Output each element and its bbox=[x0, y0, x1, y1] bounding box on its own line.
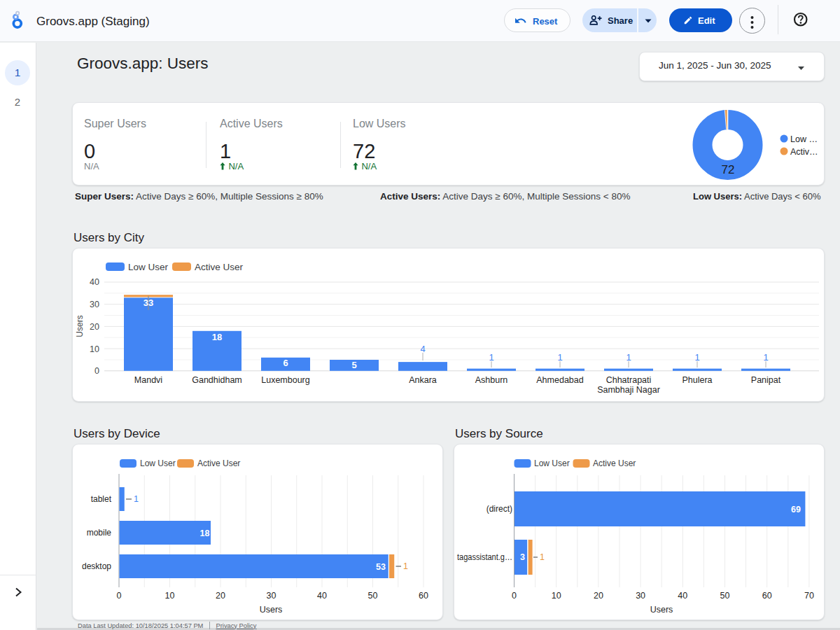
svg-text:50: 50 bbox=[720, 591, 730, 601]
svg-text:Low …: Low … bbox=[790, 134, 818, 144]
svg-text:(direct): (direct) bbox=[486, 504, 512, 514]
svg-text:6: 6 bbox=[283, 358, 288, 368]
svg-text:3: 3 bbox=[520, 552, 525, 562]
svg-text:40: 40 bbox=[678, 591, 687, 601]
svg-text:tagassistant.g…: tagassistant.g… bbox=[457, 552, 512, 562]
svg-text:Active User: Active User bbox=[195, 262, 244, 272]
svg-text:1: 1 bbox=[540, 552, 545, 562]
svg-text:10: 10 bbox=[552, 591, 561, 601]
svg-text:1: 1 bbox=[557, 352, 562, 363]
svg-text:1: 1 bbox=[694, 352, 699, 363]
svg-text:18: 18 bbox=[212, 332, 222, 342]
svg-text:Gandhidham: Gandhidham bbox=[192, 375, 242, 385]
svg-text:Chhatrapati: Chhatrapati bbox=[606, 375, 652, 385]
svg-text:60: 60 bbox=[419, 591, 428, 601]
svg-text:70: 70 bbox=[804, 591, 814, 601]
svg-text:Ankara: Ankara bbox=[409, 375, 437, 385]
svg-text:60: 60 bbox=[762, 591, 772, 601]
svg-text:tablet: tablet bbox=[91, 494, 112, 504]
svg-text:Active User: Active User bbox=[197, 458, 240, 468]
svg-text:10: 10 bbox=[90, 344, 99, 354]
svg-text:desktop: desktop bbox=[82, 561, 111, 571]
svg-text:69: 69 bbox=[791, 505, 801, 514]
svg-text:Mandvi: Mandvi bbox=[134, 375, 162, 385]
svg-text:Luxembourg: Luxembourg bbox=[261, 375, 310, 385]
svg-text:Panipat: Panipat bbox=[751, 375, 781, 385]
svg-text:mobile: mobile bbox=[87, 528, 112, 538]
svg-text:1: 1 bbox=[403, 561, 408, 571]
svg-text:53: 53 bbox=[376, 562, 386, 572]
svg-text:Ahmedabad: Ahmedabad bbox=[536, 375, 583, 385]
svg-text:Users: Users bbox=[260, 605, 283, 615]
svg-text:40: 40 bbox=[317, 591, 327, 601]
svg-text:30: 30 bbox=[636, 591, 645, 601]
svg-text:Low User: Low User bbox=[140, 458, 176, 468]
svg-text:72: 72 bbox=[722, 163, 735, 176]
svg-text:1: 1 bbox=[134, 494, 139, 504]
svg-text:10: 10 bbox=[165, 591, 175, 601]
svg-text:20: 20 bbox=[216, 591, 225, 601]
svg-text:1: 1 bbox=[763, 352, 768, 363]
svg-text:Low User: Low User bbox=[534, 458, 570, 468]
svg-text:20: 20 bbox=[90, 322, 99, 332]
svg-text:30: 30 bbox=[267, 591, 276, 601]
svg-text:Activ…: Activ… bbox=[790, 147, 818, 157]
svg-text:Active User: Active User bbox=[593, 458, 636, 468]
svg-text:Phulera: Phulera bbox=[682, 375, 712, 385]
svg-text:0: 0 bbox=[117, 591, 122, 601]
svg-text:Users: Users bbox=[75, 315, 85, 337]
svg-text:0: 0 bbox=[94, 366, 99, 376]
svg-text:5: 5 bbox=[351, 360, 356, 370]
svg-text:Sambhaji Nagar: Sambhaji Nagar bbox=[597, 385, 660, 395]
svg-text:0: 0 bbox=[512, 591, 517, 601]
svg-text:1: 1 bbox=[626, 352, 631, 363]
svg-text:30: 30 bbox=[90, 300, 99, 309]
svg-text:Ashburn: Ashburn bbox=[475, 375, 508, 385]
svg-text:33: 33 bbox=[144, 298, 153, 308]
svg-text:1: 1 bbox=[489, 352, 493, 363]
svg-text:4: 4 bbox=[420, 344, 425, 354]
svg-text:50: 50 bbox=[368, 591, 378, 601]
svg-text:18: 18 bbox=[200, 528, 210, 538]
svg-text:Low User: Low User bbox=[128, 262, 169, 272]
svg-text:Users: Users bbox=[650, 605, 673, 615]
svg-text:20: 20 bbox=[594, 591, 603, 601]
svg-text:40: 40 bbox=[90, 277, 99, 287]
